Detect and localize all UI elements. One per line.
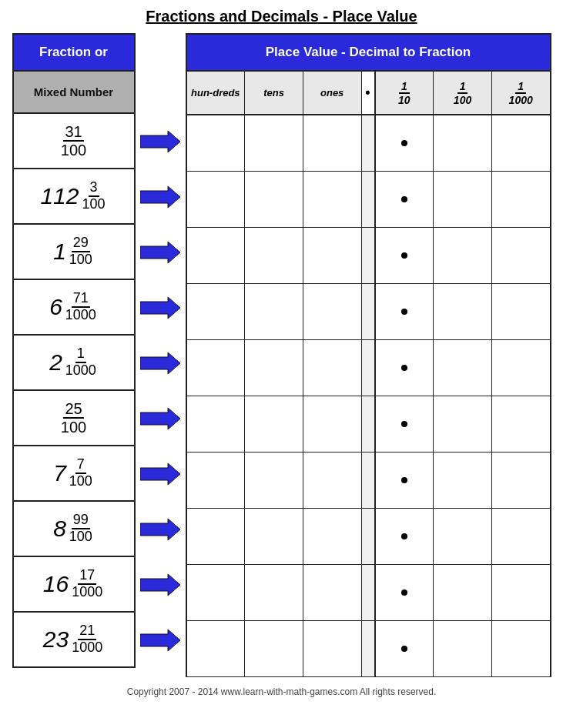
place-value-header: Place Value - Decimal to Fraction: [186, 33, 551, 72]
column-header: ones: [303, 72, 362, 114]
table-cell: [434, 509, 492, 564]
svg-marker-1: [140, 186, 180, 208]
table-cell: [362, 452, 376, 508]
arrow-cell: [136, 169, 186, 225]
table-cell: [492, 228, 550, 283]
table-cell: [492, 565, 550, 620]
svg-marker-8: [140, 574, 180, 596]
arrow-cell: [136, 225, 186, 280]
column-header: 110: [376, 72, 434, 114]
dot-marker: [401, 589, 407, 596]
table-row: [186, 172, 551, 228]
page-title: Fractions and Decimals - Place Value: [146, 8, 417, 25]
table-cell: [187, 115, 246, 171]
table-cell: [376, 509, 434, 564]
table-cell: [492, 396, 550, 452]
table-row: [186, 509, 551, 565]
table-cell: [187, 396, 246, 452]
svg-marker-6: [140, 463, 180, 485]
table-cell: [303, 452, 362, 508]
table-cell: [187, 228, 246, 283]
dot-marker: [401, 477, 407, 483]
table-cell: [434, 396, 492, 452]
svg-marker-4: [140, 352, 180, 374]
table-cell: [376, 452, 434, 508]
table-cell: [492, 452, 550, 508]
dot-marker: [401, 252, 407, 259]
table-cell: [492, 115, 550, 171]
fraction-cell: 16171000: [12, 557, 136, 613]
table-cell: [434, 284, 492, 339]
fraction-cell: 899100: [12, 502, 136, 557]
arrow-cell: [136, 502, 186, 557]
table-cell: [376, 228, 434, 283]
table-cell: [362, 228, 376, 283]
dot-marker: [401, 646, 407, 652]
arrow-cell: [136, 613, 186, 668]
table-cell: [303, 396, 362, 452]
arrow-column: [136, 114, 186, 668]
table-cell: [245, 284, 303, 339]
table-cell: [303, 340, 362, 396]
table-row: [186, 621, 551, 677]
arrow-cell: [136, 557, 186, 613]
column-header: 11000: [492, 72, 550, 114]
table-cell: [303, 115, 362, 171]
arrow-cell: [136, 114, 186, 169]
fraction-cell: 77100: [12, 446, 136, 502]
table-cell: [187, 284, 246, 339]
fraction-cell: 211000: [12, 336, 136, 391]
fraction-column: Fraction or Mixed Number 311001123100129…: [12, 33, 136, 668]
table-cell: [303, 284, 362, 339]
table-cell: [187, 621, 246, 676]
column-header: tens: [245, 72, 303, 114]
column-header: •: [362, 72, 376, 114]
table-cell: [376, 340, 434, 396]
table-row: [186, 565, 551, 621]
copyright: Copyright 2007 - 2014 www.learn-with-mat…: [127, 686, 437, 697]
table-cell: [376, 396, 434, 452]
table-cell: [187, 340, 246, 396]
fraction-header: Fraction or: [12, 33, 136, 72]
table-cell: [245, 621, 303, 676]
table-row: [186, 284, 551, 340]
table-cell: [303, 565, 362, 620]
table-cell: [187, 509, 246, 564]
table-cell: [434, 452, 492, 508]
table-cell: [245, 228, 303, 283]
dot-marker: [401, 140, 407, 146]
table-cell: [376, 621, 434, 676]
column-header: hun-dreds: [187, 72, 246, 114]
table-cell: [362, 284, 376, 339]
table-cell: [245, 396, 303, 452]
table-cell: [362, 621, 376, 676]
table-cell: [376, 284, 434, 339]
table-cell: [245, 340, 303, 396]
table-cell: [362, 172, 376, 227]
table-cell: [434, 228, 492, 283]
column-header: 1100: [434, 72, 492, 114]
table-cell: [434, 565, 492, 620]
place-value-table: Place Value - Decimal to Fraction hun-dr…: [186, 33, 551, 677]
arrow-cell: [136, 391, 186, 446]
fraction-cell: 23211000: [12, 613, 136, 668]
table-cell: [434, 115, 492, 171]
table-cell: [362, 396, 376, 452]
arrow-cell: [136, 280, 186, 336]
arrow-cell: [136, 336, 186, 391]
table-cell: [376, 172, 434, 227]
table-cell: [187, 452, 246, 508]
table-cell: [362, 565, 376, 620]
table-cell: [303, 621, 362, 676]
dot-marker: [401, 533, 407, 539]
table-cell: [362, 509, 376, 564]
table-cell: [245, 509, 303, 564]
arrow-cell: [136, 446, 186, 502]
fraction-cell: 129100: [12, 225, 136, 280]
table-row: [186, 452, 551, 509]
fraction-cell: 6711000: [12, 280, 136, 336]
data-rows: [186, 115, 551, 677]
mixed-number-header: Mixed Number: [12, 72, 136, 114]
table-cell: [303, 509, 362, 564]
svg-marker-0: [140, 131, 180, 152]
